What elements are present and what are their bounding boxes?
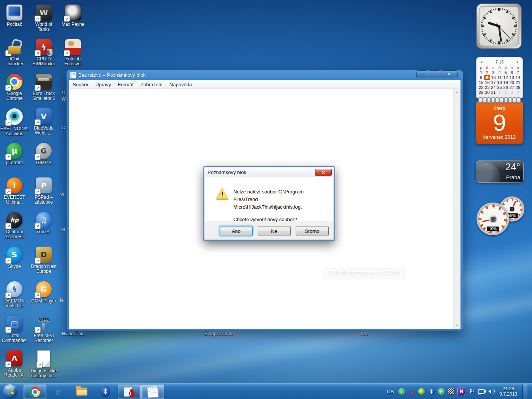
dialog-titlebar[interactable]: Poznámkový blok ✕ — [205, 168, 333, 177]
calendar-day-cell[interactable]: 7 — [515, 70, 521, 75]
desktop-icon-google-chrome[interactable]: ↗Google Chrome — [0, 74, 29, 101]
eset-tray-icon[interactable]: i — [398, 388, 405, 395]
calendar-day-cell[interactable]: 27 — [509, 85, 515, 90]
weather-gadget[interactable]: 24° Praha — [476, 160, 524, 183]
desktop-icon-torrent[interactable]: µ↗µTorrent — [0, 143, 29, 165]
calendar-day-cell[interactable]: 9 — [484, 75, 490, 80]
calendar-day-cell[interactable]: 30 — [484, 90, 490, 95]
taskbar-button-bluetooth[interactable] — [94, 385, 116, 398]
calendar-day-cell[interactable]: 23 — [484, 85, 490, 90]
calendar-day-cell[interactable]: 20 — [509, 80, 515, 85]
desktop-icon-euro-truck-simulator-2[interactable]: ↗Euro Truck Simulator 2 — [29, 74, 58, 101]
nvidia-tray-icon[interactable] — [418, 388, 425, 395]
desktop-icon-free-mp3-recorder[interactable]: MP3↗Free MP3 Recorder — [29, 316, 58, 343]
storno-button[interactable]: Storno — [296, 226, 329, 236]
calendar-day-cell[interactable]: 31 — [490, 90, 496, 95]
desktop-icon-centrum-e-en-hp[interactable]: hp↗Centrum řešení HP — [0, 212, 29, 239]
calendar-day-cell[interactable]: 24 — [490, 85, 496, 90]
taskbar-button-ie[interactable]: e — [47, 385, 69, 398]
action-center-flag-icon[interactable]: ⚐ — [468, 388, 475, 395]
desktop-icon-max-payne[interactable]: ↗Max Payne — [59, 5, 87, 27]
desktop-icon-cpuid-hwmonitor[interactable]: ϟ↗CPUID HWMonitor — [29, 39, 58, 66]
calendar-day-cell[interactable]: 2 — [503, 90, 509, 95]
calendar-next-icon[interactable]: ► — [516, 60, 519, 64]
start-button[interactable] — [3, 384, 17, 399]
ano-button[interactable]: Ano — [220, 226, 253, 236]
calendar-gadget[interactable]: ◄ 7 13 ► púsčpsn123456789101112131415161… — [476, 57, 523, 144]
desktop-icon-pspad-z-stupce[interactable]: P↗PSPad – zástupce — [29, 177, 58, 205]
calendar-day-cell[interactable]: 25 — [496, 85, 502, 90]
calendar-day-cell[interactable]: 28 — [515, 85, 521, 90]
onenote-tray-icon[interactable]: N — [458, 388, 465, 395]
desktop-icon-everest-ultima[interactable]: i↗EVEREST Ultima... — [0, 177, 29, 205]
taskbar-button-explorer[interactable] — [71, 385, 93, 398]
dialog-close-button[interactable]: ✕ — [315, 169, 332, 176]
calendar-day-cell[interactable]: 21 — [515, 80, 521, 85]
desktop-icon-skype[interactable]: S↗Skype — [0, 247, 29, 269]
calendar-day-cell[interactable]: 3 — [509, 90, 515, 95]
calendar-day-cell[interactable]: 1 — [478, 70, 484, 75]
menu-soubor[interactable]: Soubor — [69, 80, 92, 89]
calendar-day-cell[interactable]: 12 — [503, 75, 509, 80]
desktop-icon-diagnostick-n-stroje-pr[interactable]: ↗Diagnostické nástroje pr... — [29, 350, 58, 378]
calendar-day-cell[interactable]: 4 — [515, 90, 521, 95]
scroll-down-button[interactable]: ▼ — [454, 322, 460, 329]
volume-tray-icon[interactable] — [488, 388, 495, 395]
calendar-day-cell[interactable]: 3 — [490, 70, 496, 75]
calendar-day-cell[interactable]: 13 — [509, 75, 515, 80]
show-desktop-button[interactable] — [522, 384, 527, 399]
signal-tray-icon[interactable] — [448, 388, 454, 395]
desktop-icon-fotolab-fotosvet[interactable]: ↗Fotolab Fotosvet — [59, 39, 87, 66]
calendar-day-cell[interactable]: 11 — [496, 75, 502, 80]
network-tray-icon[interactable] — [478, 388, 485, 395]
desktop-icon-gom-player[interactable]: G↗GOM Player — [29, 281, 58, 304]
language-indicator[interactable]: CS — [387, 389, 394, 394]
vertical-scrollbar[interactable]: ▲ ▼ — [453, 89, 460, 329]
clock-gadget[interactable] — [476, 3, 522, 49]
menu-napoveda[interactable]: Nápověda — [166, 80, 195, 89]
desktop-icon-gimp-2[interactable]: G↗GIMP 2 — [29, 143, 58, 165]
calendar-day-cell[interactable]: 29 — [478, 90, 484, 95]
calendar-day-cell[interactable]: 5 — [503, 70, 509, 75]
minimize-button[interactable]: – — [416, 70, 428, 78]
calendar-day-cell[interactable]: 22 — [478, 85, 484, 90]
calendar-day-cell[interactable]: 18 — [496, 80, 502, 85]
desktop-icon-bluevoda-websit[interactable]: V↗BlueVoda Websit... — [29, 108, 58, 136]
bluetooth-tray-icon[interactable] — [428, 388, 435, 395]
calendar-day-cell[interactable]: 16 — [484, 80, 490, 85]
taskbar-button-hijackthis[interactable] — [118, 385, 141, 399]
desktop-icon-total-commander[interactable]: ▤↗Total Commander — [0, 316, 29, 343]
desktop-icon-eset-nod32-antivirus[interactable]: ↗ESET NOD32 Antivirus — [0, 108, 29, 136]
desktop-icon-daemon-tools-lite[interactable]: ϟ↗DAEMON Tools Lite — [0, 281, 29, 309]
maximize-button[interactable]: ▫ — [429, 70, 440, 78]
calendar-day-cell[interactable]: 26 — [503, 85, 509, 90]
calendar-day-cell[interactable]: 1 — [496, 90, 502, 95]
menu-zobrazeni[interactable]: Zobrazení — [137, 80, 166, 89]
desktop-icon-dragon-nest-europe[interactable]: D↗Dragon Nest Europe — [29, 247, 58, 274]
calendar-day-cell[interactable]: 6 — [509, 70, 515, 75]
ne-button[interactable]: Ne — [258, 226, 291, 236]
adobe-reader-tray-icon[interactable]: ▲ — [408, 388, 415, 395]
desktop-icon-world-of-tanks[interactable]: W↗World of Tanks — [29, 5, 58, 32]
close-button[interactable]: ✕ — [441, 70, 458, 78]
desktop-icon-iobit-unlocker[interactable]: ↗IObit Unlocker — [0, 39, 29, 66]
calendar-prev-icon[interactable]: ◄ — [480, 60, 483, 64]
scroll-up-button[interactable]: ▲ — [454, 89, 460, 95]
desktop-icon-itunes[interactable]: ♫↗iTunes — [29, 212, 58, 234]
desktop-icon-po-ta[interactable]: Počítač — [0, 5, 29, 27]
taskbar-clock[interactable]: 21:28 9.7.2013 — [499, 386, 517, 397]
calendar-day-cell[interactable]: 17 — [490, 80, 496, 85]
calendar-day-cell[interactable]: 2 — [484, 70, 490, 75]
menu-format[interactable]: Formát — [114, 80, 137, 89]
calendar-day-cell[interactable]: 14 — [515, 75, 521, 80]
certificate-tray-icon[interactable]: ✓ — [438, 388, 445, 395]
desktop-icon-adobe-reader-xi[interactable]: Λ↗Adobe Reader XI — [0, 350, 29, 378]
calendar-day-cell[interactable]: 15 — [478, 80, 484, 85]
cpu-meter-gadget[interactable]: 58% 10% — [474, 196, 526, 236]
taskbar-button-notepad[interactable] — [141, 385, 164, 399]
calendar-day-cell[interactable]: 19 — [503, 80, 509, 85]
calendar-day-cell[interactable]: 8 — [478, 75, 484, 80]
calendar-day-cell[interactable]: 10 — [490, 75, 496, 80]
calendar-day-cell[interactable]: 4 — [496, 70, 502, 75]
notepad-titlebar[interactable]: Bez názvu – Poznámkový blok – ▫ ✕ — [69, 70, 461, 80]
